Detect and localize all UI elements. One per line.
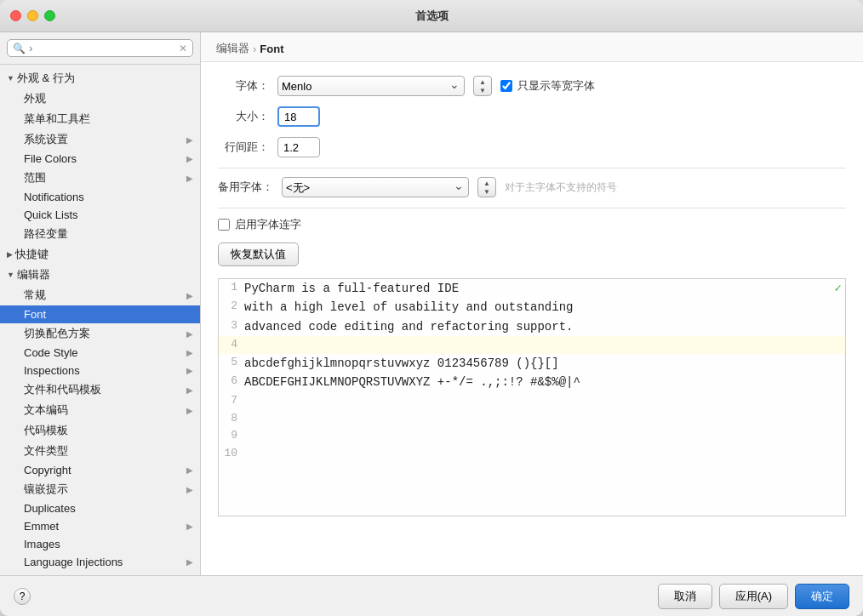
sidebar-item-system[interactable]: 系统设置 ▶ bbox=[0, 129, 200, 150]
expand-icon: ▶ bbox=[186, 385, 193, 395]
fallback-hint: 对于主字体不支持的符号 bbox=[505, 180, 617, 195]
preview-line: 9 bbox=[219, 427, 845, 445]
clear-search-icon[interactable]: ✕ bbox=[179, 43, 187, 54]
search-box: 🔍 ✕ bbox=[0, 32, 200, 65]
zoom-button[interactable] bbox=[44, 10, 55, 21]
sidebar-item-file-types[interactable]: 文件类型 bbox=[0, 441, 200, 461]
close-button[interactable] bbox=[10, 10, 21, 21]
line-content: advanced code editing and refactoring su… bbox=[244, 317, 573, 336]
sidebar-item-color-scheme[interactable]: 切换配色方案 ▶ bbox=[0, 323, 200, 344]
title-bar: 首选项 bbox=[0, 0, 863, 32]
sidebar-item-code-templates[interactable]: 代码模板 bbox=[0, 420, 200, 441]
sidebar-item-copyright[interactable]: Copyright ▶ bbox=[0, 461, 200, 479]
preview-lines: 1PyCharm is a full-featured IDE2with a h… bbox=[219, 279, 845, 463]
sidebar-item-font[interactable]: Font bbox=[0, 305, 200, 323]
sidebar-item-file-encoding[interactable]: 文本编码 ▶ bbox=[0, 400, 200, 420]
expand-icon: ▶ bbox=[186, 329, 193, 339]
line-number: 6 bbox=[219, 373, 244, 391]
font-select-wrapper: Menlo bbox=[277, 76, 465, 96]
preview-line: 3advanced code editing and refactoring s… bbox=[219, 317, 845, 336]
fallback-dropdown[interactable]: <无> bbox=[282, 177, 469, 197]
sidebar-group-label: 外观 & 行为 bbox=[17, 71, 75, 86]
main-content: 🔍 ✕ ▼ 外观 & 行为 外观 菜单和工具栏 系统设置 bbox=[0, 32, 863, 575]
bottom-bar: ? 取消 应用(A) 确定 bbox=[0, 575, 863, 616]
search-icon: 🔍 bbox=[13, 43, 26, 54]
divider2 bbox=[218, 208, 846, 208]
line-content: abcdefghijklmnopqrstuvwxyz 0123456789 ()… bbox=[244, 354, 559, 373]
preview-line: 2with a high level of usability and outs… bbox=[219, 298, 845, 317]
panel-header: 编辑器 › Font bbox=[201, 32, 863, 62]
sidebar-group-editor-label: 编辑器 bbox=[17, 267, 50, 282]
line-number: 2 bbox=[219, 298, 244, 317]
sidebar-item-inspections-label: Inspections bbox=[24, 364, 80, 377]
ligatures-row: 启用字体连字 bbox=[218, 217, 846, 232]
fallback-select-wrapper: <无> bbox=[282, 177, 469, 197]
monospace-checkbox[interactable] bbox=[500, 80, 512, 92]
expand-icon: ▶ bbox=[186, 406, 193, 415]
expand-icon: ▶ bbox=[186, 291, 193, 300]
line-number: 7 bbox=[219, 392, 244, 410]
font-arrow-btn[interactable]: ▲ ▼ bbox=[473, 76, 492, 96]
sidebar-item-duplicates[interactable]: Duplicates bbox=[0, 499, 200, 517]
expand-icon: ▶ bbox=[186, 174, 193, 183]
sidebar-item-notifications[interactable]: Notifications bbox=[0, 188, 200, 206]
cancel-button[interactable]: 取消 bbox=[658, 584, 712, 609]
search-wrapper: 🔍 ✕ bbox=[7, 39, 193, 57]
preview-line: 4 bbox=[219, 336, 845, 354]
restore-defaults-button[interactable]: 恢复默认值 bbox=[218, 242, 299, 266]
apply-button[interactable]: 应用(A) bbox=[719, 584, 788, 609]
expand-icon: ▶ bbox=[186, 154, 193, 163]
expand-icon: ▶ bbox=[186, 465, 193, 475]
fallback-arrow-btn[interactable]: ▲ ▼ bbox=[477, 177, 496, 197]
search-input[interactable] bbox=[29, 42, 175, 54]
sidebar-item-quick-lists[interactable]: Quick Lists bbox=[0, 206, 200, 224]
font-dropdown[interactable]: Menlo bbox=[277, 76, 465, 96]
sidebar-item-appearance[interactable]: 外观 bbox=[0, 88, 200, 109]
expand-icon: ▶ bbox=[186, 557, 193, 567]
preview-line: 1PyCharm is a full-featured IDE bbox=[219, 279, 845, 298]
sidebar-item-images[interactable]: Images bbox=[0, 535, 200, 553]
sidebar-item-emmet[interactable]: Emmet ▶ bbox=[0, 517, 200, 535]
sidebar-item-copyright-label: Copyright bbox=[24, 464, 71, 476]
line-number: 9 bbox=[219, 427, 244, 445]
sidebar-item-file-colors[interactable]: File Colors ▶ bbox=[0, 150, 200, 168]
minimize-button[interactable] bbox=[27, 10, 38, 21]
line-height-row: 行间距： bbox=[218, 137, 846, 157]
sidebar-item-inlay-hints[interactable]: 镶嵌提示 ▶ bbox=[0, 479, 200, 499]
sidebar-item-path-vars[interactable]: 路径变量 bbox=[0, 224, 200, 244]
line-number: 4 bbox=[219, 336, 244, 354]
confirm-button[interactable]: 确定 bbox=[795, 584, 849, 609]
sidebar-item-lang-injections[interactable]: Language Injections ▶ bbox=[0, 553, 200, 571]
help-button[interactable]: ? bbox=[14, 588, 31, 605]
line-input[interactable] bbox=[277, 137, 320, 157]
sidebar-item-file-templates[interactable]: 文件和代码模板 ▶ bbox=[0, 379, 200, 400]
line-number: 10 bbox=[219, 445, 244, 463]
preview-line: 8 bbox=[219, 410, 845, 428]
sidebar-item-code-style[interactable]: Code Style ▶ bbox=[0, 344, 200, 362]
ligatures-label: 启用字体连字 bbox=[235, 217, 301, 232]
size-input[interactable] bbox=[277, 106, 320, 127]
font-label: 字体： bbox=[218, 78, 269, 94]
collapse-icon: ▼ bbox=[7, 74, 14, 83]
sidebar-item-scope[interactable]: 范围 ▶ bbox=[0, 168, 200, 188]
ligatures-checkbox[interactable] bbox=[218, 219, 230, 231]
breadcrumb-sep: › bbox=[253, 43, 256, 55]
line-number: 1 bbox=[219, 279, 244, 298]
font-checkbox-row: 只显示等宽字体 bbox=[500, 78, 595, 94]
line-content: PyCharm is a full-featured IDE bbox=[244, 279, 459, 298]
sidebar-group-editor[interactable]: ▼ 编辑器 bbox=[0, 265, 200, 285]
expand-icon: ▶ bbox=[186, 485, 193, 494]
expand-icon: ▶ bbox=[186, 366, 193, 375]
traffic-lights bbox=[10, 10, 55, 21]
line-number: 5 bbox=[219, 354, 244, 373]
sidebar-group-keymap[interactable]: ▶ 快捷键 bbox=[0, 244, 200, 265]
sidebar-item-menus[interactable]: 菜单和工具栏 bbox=[0, 109, 200, 129]
sidebar-item-general[interactable]: 常规 ▶ bbox=[0, 285, 200, 305]
sidebar-item-inspections[interactable]: Inspections ▶ bbox=[0, 362, 200, 379]
sidebar-group-keymap-label: 快捷键 bbox=[15, 247, 49, 262]
preview-line: 5abcdefghijklmnopqrstuvwxyz 0123456789 (… bbox=[219, 354, 845, 373]
fallback-row: 备用字体： <无> ▲ ▼ 对于主字体不支持的符号 bbox=[218, 177, 846, 197]
sidebar-group-appearance[interactable]: ▼ 外观 & 行为 bbox=[0, 68, 200, 88]
divider bbox=[218, 168, 846, 168]
sidebar: 🔍 ✕ ▼ 外观 & 行为 外观 菜单和工具栏 系统设置 bbox=[0, 32, 201, 575]
